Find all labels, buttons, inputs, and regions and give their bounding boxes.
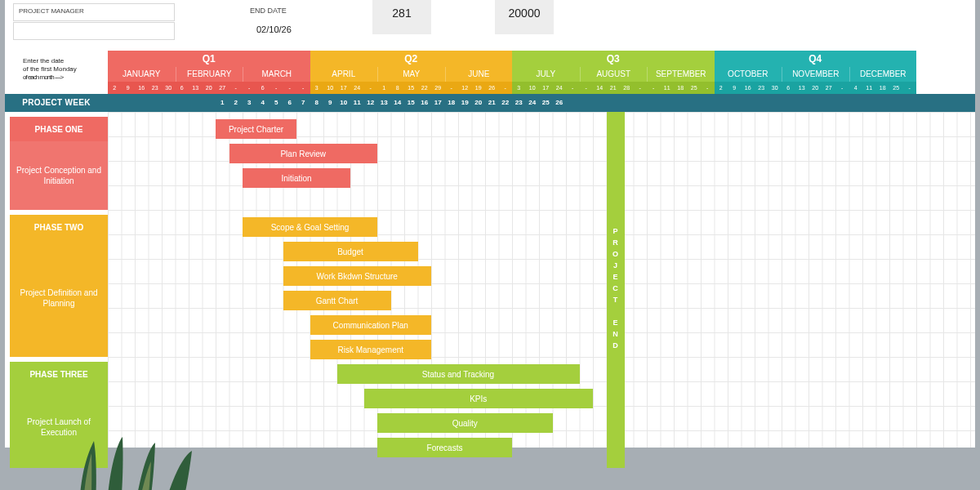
date-cell[interactable]: - (566, 82, 580, 94)
date-cell[interactable]: 4 (849, 82, 863, 94)
date-cell[interactable]: 23 (755, 82, 768, 94)
date-cell[interactable]: 21 (607, 82, 621, 94)
quarter-q2: Q2 (310, 51, 513, 67)
week-col (135, 94, 149, 112)
date-cell[interactable]: 6 (256, 82, 270, 94)
date-cell[interactable]: 15 (404, 82, 418, 94)
task-bar[interactable]: Work Bkdwn Structure (283, 266, 432, 286)
date-cell[interactable]: - (229, 82, 243, 94)
month-may: MAY (377, 67, 445, 82)
task-bar[interactable]: Quality (377, 413, 553, 433)
date-cell[interactable]: - (903, 82, 917, 94)
phase-desc: Project Definition and Planning (10, 239, 108, 357)
date-cell[interactable]: - (243, 82, 256, 94)
date-cell[interactable]: - (499, 82, 513, 94)
quarter-q4: Q4 (715, 51, 917, 67)
task-bar[interactable]: Budget (283, 242, 418, 261)
month-november: NOVEMBER (782, 67, 849, 82)
week-col (808, 94, 822, 112)
task-bar[interactable]: Scope & Goal Setting (243, 217, 377, 237)
date-cell[interactable]: 25 (688, 82, 702, 94)
date-cell[interactable]: 9 (728, 82, 742, 94)
date-cell[interactable]: 3 (512, 82, 526, 94)
month-june: JUNE (445, 67, 513, 82)
date-cell[interactable]: 26 (485, 82, 499, 94)
task-bar[interactable]: Risk Management (310, 340, 432, 359)
task-bar[interactable]: Status and Tracking (337, 364, 580, 384)
date-cell[interactable]: 11 (661, 82, 675, 94)
project-end-marker: PROJECT END (607, 112, 625, 468)
week-col (647, 94, 661, 112)
date-cell[interactable]: 30 (162, 82, 176, 94)
date-cell[interactable]: - (283, 82, 297, 94)
date-cell[interactable]: - (835, 82, 849, 94)
week-col (768, 94, 782, 112)
date-cell[interactable]: 13 (189, 82, 203, 94)
date-cell[interactable]: 10 (526, 82, 540, 94)
date-cell[interactable]: 24 (350, 82, 364, 94)
date-cell[interactable]: 25 (889, 82, 903, 94)
date-cell[interactable]: 10 (323, 82, 337, 94)
phase-title: PHASE TWO (10, 215, 108, 239)
week-col (782, 94, 795, 112)
date-cell[interactable]: 2 (715, 82, 728, 94)
week-col (661, 94, 675, 112)
task-bar[interactable]: Plan Review (229, 144, 378, 163)
project-manager-input[interactable] (13, 22, 175, 40)
date-cell[interactable]: - (270, 82, 283, 94)
date-cell[interactable]: - (580, 82, 594, 94)
date-cell[interactable]: 30 (768, 82, 782, 94)
week-col: 14 (391, 94, 405, 112)
week-col (620, 94, 634, 112)
week-col: 10 (337, 94, 351, 112)
gantt-body: PHASE ONEProject Conception and Initiati… (5, 112, 975, 448)
date-cell[interactable]: 28 (620, 82, 634, 94)
date-cell[interactable]: 6 (782, 82, 795, 94)
date-cell[interactable]: 1 (377, 82, 391, 94)
week-col: 15 (404, 94, 418, 112)
week-col (580, 94, 594, 112)
date-cell[interactable]: 24 (553, 82, 567, 94)
date-cell[interactable]: 16 (742, 82, 755, 94)
task-bar[interactable]: Project Charter (216, 119, 296, 139)
date-cell[interactable]: 16 (135, 82, 149, 94)
date-cell[interactable]: - (647, 82, 661, 94)
date-cell[interactable]: - (364, 82, 378, 94)
date-cell[interactable]: 8 (391, 82, 405, 94)
date-cell[interactable]: 12 (458, 82, 472, 94)
date-cell[interactable]: 19 (472, 82, 486, 94)
date-cell[interactable]: 18 (876, 82, 890, 94)
month-september: SEPTEMBER (647, 67, 715, 82)
task-bar[interactable]: Initiation (243, 168, 350, 188)
date-cell[interactable]: - (701, 82, 715, 94)
month-february: FEBRUARY (176, 67, 243, 82)
date-cell[interactable]: 2 (108, 82, 122, 94)
date-cell[interactable]: 13 (795, 82, 809, 94)
task-bar[interactable]: KPIs (364, 389, 594, 408)
week-col (566, 94, 580, 112)
date-cell[interactable]: 22 (418, 82, 432, 94)
task-bar[interactable]: Communication Plan (310, 315, 432, 335)
date-cell[interactable]: 27 (822, 82, 836, 94)
date-cell[interactable]: - (634, 82, 648, 94)
task-bar[interactable]: Gantt Chart (283, 291, 391, 310)
date-cell[interactable]: 11 (862, 82, 876, 94)
task-bar[interactable]: Forecasts (377, 438, 512, 457)
date-cell[interactable]: 20 (203, 82, 216, 94)
date-cell[interactable]: 17 (337, 82, 351, 94)
week-col (122, 94, 136, 112)
date-cell[interactable]: 6 (176, 82, 189, 94)
date-cell[interactable]: 17 (539, 82, 553, 94)
date-cell[interactable]: 9 (122, 82, 136, 94)
date-cell[interactable]: 20 (808, 82, 822, 94)
date-cell[interactable]: 23 (149, 82, 163, 94)
date-cell[interactable]: - (445, 82, 459, 94)
week-col (607, 94, 621, 112)
date-cell[interactable]: 18 (674, 82, 688, 94)
date-cell[interactable]: 29 (431, 82, 445, 94)
date-cell[interactable]: 3 (310, 82, 324, 94)
date-cell[interactable]: 27 (216, 82, 229, 94)
end-date-label: END DATE (250, 7, 287, 15)
date-cell[interactable]: - (296, 82, 310, 94)
date-cell[interactable]: 14 (593, 82, 607, 94)
